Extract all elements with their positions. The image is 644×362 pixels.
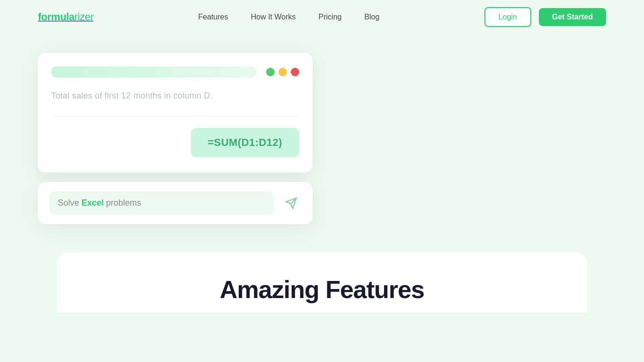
login-button[interactable]: Login [484, 7, 531, 27]
formula-result-area: =SUM(D1:D12) [51, 128, 299, 157]
input-prefix-text: Solve [58, 198, 81, 208]
get-started-button[interactable]: Get Started [539, 8, 606, 26]
address-bar [51, 66, 257, 78]
amazing-features-title: Amazing Features [220, 276, 424, 303]
divider-line [51, 116, 299, 117]
logo-part1: formula [38, 11, 74, 23]
logo[interactable]: formularizer [38, 11, 93, 23]
dot-green [266, 68, 275, 76]
bottom-section: Amazing Features [57, 253, 587, 313]
demo-card-formula: Total sales of first 12 months in column… [38, 53, 313, 172]
search-input-display[interactable]: Solve Excel problems [49, 191, 274, 215]
logo-part2: rizer [74, 11, 93, 23]
prompt-text: Total sales of first 12 months in column… [51, 91, 299, 101]
demo-card-input[interactable]: Solve Excel problems [38, 182, 313, 224]
nav-links: Features How It Works Pricing Blog [198, 13, 380, 21]
nav-item-blog[interactable]: Blog [364, 13, 379, 21]
input-highlight-text: Excel [81, 198, 104, 208]
nav-actions: Login Get Started [484, 7, 606, 27]
dot-red [291, 68, 299, 76]
navbar: formularizer Features How It Works Prici… [0, 0, 644, 34]
dot-yellow [278, 68, 287, 76]
send-button[interactable] [281, 193, 301, 213]
hero-section: Total sales of first 12 months in column… [0, 34, 644, 224]
nav-item-features[interactable]: Features [198, 13, 228, 21]
formula-bubble: =SUM(D1:D12) [191, 128, 299, 157]
nav-item-pricing[interactable]: Pricing [319, 13, 342, 21]
window-controls [51, 66, 299, 78]
send-icon [285, 197, 297, 209]
input-suffix-text: problems [104, 198, 141, 208]
nav-item-how-it-works[interactable]: How It Works [251, 13, 296, 21]
